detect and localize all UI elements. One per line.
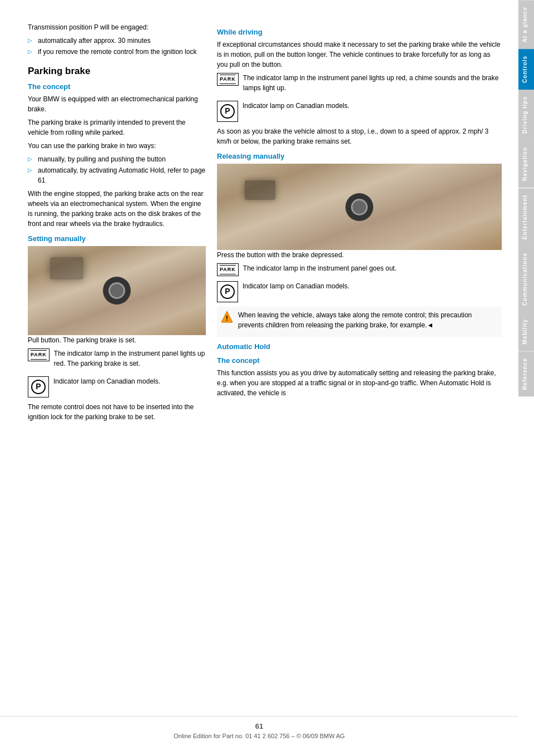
wd-indicator1-text: The indicator lamp in the instrument pan… xyxy=(243,73,502,93)
rel-indicator-box-2: P Indicator lamp on Canadian models. xyxy=(217,281,502,302)
sidebar-tab-at-glance[interactable]: At a glance xyxy=(518,0,534,49)
park-badge-1: PARK xyxy=(28,348,50,361)
intro-bullet-1: automatically after approx. 30 minutes xyxy=(28,36,206,46)
concept-para-3: You can use the parking brake in two way… xyxy=(28,141,206,151)
right-column: While driving If exceptional circumstanc… xyxy=(217,22,502,734)
concept-bullet-2: automatically, by activating Automatic H… xyxy=(28,165,206,185)
wd-park-badge-text: PARK xyxy=(220,76,236,83)
setting-manually-heading: Setting manually xyxy=(28,234,206,243)
warning-box: ! When leaving the vehicle, always take … xyxy=(217,307,502,337)
canadian-indicator-1: P xyxy=(28,376,49,397)
rel-park-badge-text: PARK xyxy=(220,266,236,273)
warning-triangle-icon: ! xyxy=(220,310,234,323)
rel-canadian-p-symbol: P xyxy=(220,284,235,299)
sidebar-tab-communications[interactable]: Communications xyxy=(518,246,534,312)
wd-canadian-indicator: P xyxy=(217,101,238,122)
indicator1-text: The indicator lamp in the instrument pan… xyxy=(54,348,206,369)
intro-bullets: automatically after approx. 30 minutes i… xyxy=(28,36,206,57)
sidebar-tab-reference-label: Reference xyxy=(522,358,528,390)
rel-indicator1-text: The indicator lamp in the instrument pan… xyxy=(243,263,397,273)
park-badge-text-1: PARK xyxy=(31,351,47,359)
ah-concept-heading: The concept xyxy=(217,356,502,365)
intro-bullet-2: if you remove the remote control from th… xyxy=(28,47,206,57)
sidebar-tab-navigation-label: Navigation xyxy=(522,147,528,181)
concept-bullet-1: manually, by pulling and pushing the but… xyxy=(28,154,206,164)
while-driving-heading: While driving xyxy=(217,28,502,36)
sidebar-tab-driving-tips-label: Driving tips xyxy=(522,96,528,134)
indicator-box-2: P Indicator lamp on Canadian models. xyxy=(28,376,206,397)
sidebar-tab-controls[interactable]: Controls xyxy=(518,49,534,90)
park-button-image xyxy=(103,277,131,305)
press-text: Press the button with the brake depresse… xyxy=(217,250,502,260)
rel-canadian-indicator: P xyxy=(217,281,238,302)
releasing-manually-heading: Releasing manually xyxy=(217,152,502,160)
sidebar-tab-navigation[interactable]: Navigation xyxy=(518,140,534,188)
ah-concept-text: This function assists you as you drive b… xyxy=(217,368,502,398)
indicator2-text: Indicator lamp on Canadian models. xyxy=(53,376,160,386)
concept-para-1: Your BMW is equipped with an electromech… xyxy=(28,94,206,114)
rel-park-badge-1: PARK xyxy=(217,263,239,276)
wd-canadian-p-symbol: P xyxy=(220,104,235,119)
park-line-bottom xyxy=(31,359,47,360)
main-content: Transmission position P will be engaged:… xyxy=(0,0,518,756)
svg-text:!: ! xyxy=(226,314,228,322)
sidebar-tab-driving-tips[interactable]: Driving tips xyxy=(518,90,534,140)
park-line-top xyxy=(31,350,47,351)
the-concept-heading: The concept xyxy=(28,82,206,91)
indicator-box-1: PARK The indicator lamp in the instrumen… xyxy=(28,348,206,372)
wd-park-line-bottom xyxy=(220,84,236,84)
sidebar-tab-at-glance-label: At a glance xyxy=(522,7,528,42)
park-button-inner xyxy=(108,282,125,299)
pull-text: Pull button. The parking brake is set. xyxy=(28,335,206,345)
sidebar: At a glance Controls Driving tips Naviga… xyxy=(518,0,534,756)
rel-park-line-top xyxy=(220,265,236,266)
releasing-manually-image: W7E2C97g xyxy=(217,164,502,250)
concept-para-4: With the engine stopped, the parking bra… xyxy=(28,189,206,229)
sidebar-tab-mobility[interactable]: Mobility xyxy=(518,312,534,351)
intro-text: Transmission position P will be engaged: xyxy=(28,22,206,32)
release-button-inner xyxy=(351,199,368,215)
sidebar-tab-communications-label: Communications xyxy=(522,253,528,306)
wd-indicator-box-1: PARK The indicator lamp in the instrumen… xyxy=(217,73,502,96)
rel-indicator2-text: Indicator lamp on Canadian models. xyxy=(243,281,349,291)
wd-park-line-top xyxy=(220,75,236,75)
automatic-hold-heading: Automatic Hold xyxy=(217,342,502,351)
page-number: 61 xyxy=(6,722,513,730)
page-container: Transmission position P will be engaged:… xyxy=(0,0,534,756)
rel-park-line-bottom xyxy=(220,274,236,274)
setting-manually-image: W7E2C97g xyxy=(28,246,206,335)
sidebar-tab-entertainment-label: Entertainment xyxy=(522,195,528,239)
wd-para2: As soon as you brake the vehicle almost … xyxy=(217,126,502,146)
release-button-image xyxy=(345,193,373,221)
sidebar-tab-reference[interactable]: Reference xyxy=(518,351,534,396)
wd-indicator2-text: Indicator lamp on Canadian models. xyxy=(243,101,349,111)
wd-park-badge-1: PARK xyxy=(217,73,239,86)
sidebar-tab-controls-label: Controls xyxy=(522,56,528,83)
footer-text: Online Edition for Part no. 01 41 2 602 … xyxy=(6,733,513,739)
page-footer: 61 Online Edition for Part no. 01 41 2 6… xyxy=(0,716,518,745)
rel-indicator-box-1: PARK The indicator lamp in the instrumen… xyxy=(217,263,502,277)
parking-brake-heading: Parking brake xyxy=(28,66,206,77)
wd-indicator-box-2: P Indicator lamp on Canadian models. xyxy=(217,101,502,122)
remote-note: The remote control does not have to be i… xyxy=(28,402,206,422)
canadian-p-symbol-1: P xyxy=(31,380,46,394)
concept-bullets: manually, by pulling and pushing the but… xyxy=(28,154,206,185)
while-driving-para: If exceptional circumstances should make… xyxy=(217,40,502,70)
left-column: Transmission position P will be engaged:… xyxy=(28,22,206,734)
warning-text: When leaving the vehicle, always take al… xyxy=(238,310,498,330)
sidebar-tab-mobility-label: Mobility xyxy=(522,319,528,345)
warning-svg: ! xyxy=(220,310,234,323)
sidebar-tab-entertainment[interactable]: Entertainment xyxy=(518,188,534,246)
concept-para-2: The parking brake is primarily intended … xyxy=(28,117,206,138)
